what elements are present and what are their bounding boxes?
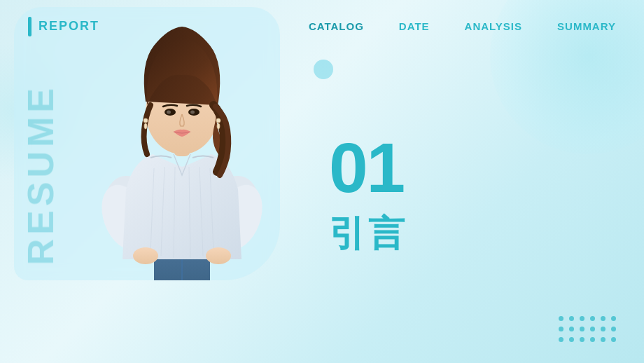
dot-2 [569,316,574,321]
navbar: REPORT CATALOG DATE ANALYSIS SUMMARY [0,0,644,53]
report-label: REPORT [38,19,99,34]
dot-15 [580,337,584,342]
dot-11 [601,327,606,331]
svg-point-20 [144,118,148,123]
dot-18 [611,337,616,342]
section-title-chinese: 引言 [329,210,407,259]
section-number: 01 [329,132,404,203]
right-content: 01 引言 [301,42,630,349]
dot-17 [601,337,606,342]
nav-link-date[interactable]: DATE [399,20,430,32]
dot-12 [611,327,616,331]
resume-vertical-text: RESUME [20,84,62,265]
nav-report: REPORT [28,17,99,36]
dot-5 [601,316,606,321]
nav-link-analysis[interactable]: ANALYSIS [465,20,522,32]
report-bar-icon [28,17,31,36]
dot-6 [611,316,616,321]
svg-point-22 [216,118,220,123]
dot-16 [590,337,595,342]
dot-13 [559,337,564,342]
nav-link-summary[interactable]: SUMMARY [557,20,616,32]
dot-4 [590,316,595,321]
dot-7 [559,327,564,331]
svg-point-21 [144,123,147,129]
dot-10 [590,327,595,331]
nav-links: CATALOG DATE ANALYSIS SUMMARY [309,20,616,32]
dot-3 [580,316,584,321]
dot-1 [559,316,564,321]
dot-grid-decoration [559,316,616,342]
dot-8 [569,327,574,331]
svg-point-18 [167,111,171,114]
dot-14 [569,337,574,342]
svg-point-23 [217,123,220,129]
dot-9 [580,327,584,331]
svg-point-24 [133,247,158,264]
nav-link-catalog[interactable]: CATALOG [309,20,364,32]
svg-point-25 [206,247,231,264]
svg-point-19 [190,111,195,114]
